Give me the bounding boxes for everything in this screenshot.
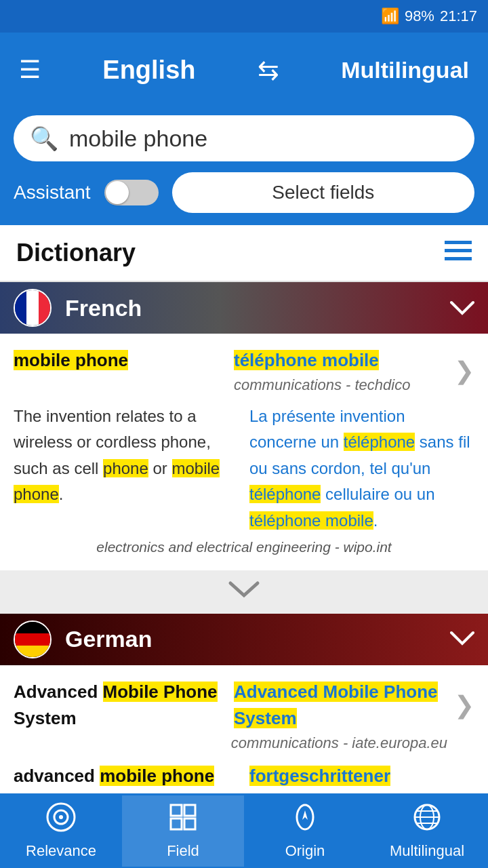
nav-label-origin: Origin	[285, 842, 325, 860]
svg-rect-0	[445, 241, 472, 244]
status-bar: 📶 98% 21:17	[0, 0, 488, 33]
svg-rect-6	[171, 805, 182, 816]
language-swap-icon[interactable]: ⇆	[258, 55, 279, 85]
german-term-row-2: advanced mobile phone fortgeschrittener	[14, 763, 474, 789]
dictionary-section: Dictionary	[0, 225, 488, 282]
french-arrow-container: ❯	[454, 347, 474, 394]
french-source-highlight: mobile phone	[14, 350, 128, 370]
german-source-term-2: advanced mobile phone	[14, 763, 239, 789]
nav-item-multilingual[interactable]: Multilingual	[366, 795, 488, 867]
german-chevron-icon	[450, 630, 474, 649]
relevance-icon	[46, 802, 76, 838]
nav-item-field[interactable]: Field	[122, 795, 244, 867]
svg-rect-7	[184, 805, 195, 816]
french-source-col: mobile phone	[14, 347, 223, 394]
french-lang-name: French	[65, 295, 450, 321]
german-category: communications - iate.europa.eu	[14, 734, 474, 752]
french-translation-row: The invention relates to a wireless or c…	[14, 403, 474, 534]
french-term-row: mobile phone téléphone mobile communicat…	[14, 347, 474, 394]
german-target-term: Advanced Mobile Phone System	[234, 679, 443, 732]
assistant-label: Assistant	[14, 182, 91, 203]
french-flag	[14, 289, 52, 327]
menu-icon[interactable]: ☰	[19, 56, 41, 84]
german-target-term-2: fortgeschrittener	[249, 763, 474, 789]
german-lang-header[interactable]: German	[0, 614, 488, 665]
german-target-highlight-2: fortgeschrittener	[249, 766, 390, 786]
german-source-term: Advanced Mobile Phone System	[14, 679, 223, 732]
svg-rect-2	[445, 257, 472, 260]
target-language-label: Multilingual	[341, 57, 469, 83]
assistant-toggle[interactable]	[104, 180, 159, 205]
french-expand-arrow[interactable]: ❯	[454, 357, 474, 385]
select-fields-button[interactable]: Select fields	[172, 172, 474, 213]
german-lang-name: German	[65, 626, 450, 652]
expand-chevron-icon	[228, 580, 260, 604]
french-category: communications - techdico	[234, 376, 443, 394]
nav-label-field: Field	[167, 842, 199, 860]
nav-item-origin[interactable]: Origin	[244, 795, 366, 867]
german-source-col-2: advanced mobile phone	[14, 763, 239, 789]
german-expand-arrow[interactable]: ❯	[454, 691, 474, 719]
search-bar: 🔍 mobile phone	[14, 115, 474, 161]
french-tel-highlight1: téléphone	[344, 433, 415, 451]
french-phone-highlight1: phone	[103, 459, 148, 477]
multilingual-icon	[412, 802, 442, 838]
svg-rect-8	[171, 818, 182, 829]
main-content: Dictionary French mobile p	[0, 225, 488, 868]
french-lang-header[interactable]: French	[0, 282, 488, 334]
french-source-term: mobile phone	[14, 350, 128, 370]
toggle-knob	[106, 181, 129, 204]
signal-icon: 📶	[381, 7, 399, 25]
french-tel-highlight3: téléphone mobile	[249, 511, 373, 530]
origin-icon	[290, 802, 320, 838]
dictionary-menu-icon[interactable]	[445, 240, 472, 267]
french-tel-highlight2: téléphone	[249, 485, 321, 503]
german-source-col: Advanced Mobile Phone System	[14, 679, 223, 732]
svg-point-5	[59, 815, 63, 819]
german-source-highlight-2: mobile phone	[100, 766, 214, 786]
german-target-col: Advanced Mobile Phone System	[234, 679, 443, 732]
french-source-text: The invention relates to a wireless or c…	[14, 403, 239, 534]
source-language-label: English	[102, 56, 195, 85]
dictionary-title: Dictionary	[16, 239, 136, 267]
french-target-highlight: téléphone mobile	[234, 350, 379, 370]
french-entry-area: mobile phone téléphone mobile communicat…	[0, 334, 488, 571]
nav-label-relevance: Relevance	[26, 842, 96, 860]
german-source-highlight: Mobile Phone	[103, 682, 218, 702]
french-chevron-icon	[450, 294, 474, 322]
german-arrow-container: ❯	[454, 679, 474, 732]
time-display: 21:17	[440, 7, 477, 25]
svg-rect-1	[445, 249, 472, 252]
controls-bar: Assistant Select fields	[0, 172, 488, 225]
german-flag	[14, 620, 52, 658]
search-bar-container: 🔍 mobile phone	[0, 107, 488, 172]
german-entry-area: Advanced Mobile Phone System Advanced Mo…	[0, 665, 488, 796]
search-input[interactable]: mobile phone	[69, 125, 458, 152]
french-target-term: téléphone mobile	[234, 350, 379, 370]
status-icons: 📶 98% 21:17	[381, 7, 477, 25]
french-bottom-category: electronics and electrical engineering -…	[14, 539, 474, 555]
german-target-highlight: Advanced Mobile Phone System	[234, 682, 438, 728]
svg-rect-9	[184, 818, 195, 829]
battery-text: 98%	[405, 7, 434, 25]
nav-item-relevance[interactable]: Relevance	[0, 795, 122, 867]
french-target-col: téléphone mobile communications - techdi…	[234, 347, 443, 394]
field-icon	[168, 802, 198, 838]
german-term-row: Advanced Mobile Phone System Advanced Mo…	[14, 679, 474, 732]
search-icon: 🔍	[30, 125, 58, 152]
german-target-col-2: fortgeschrittener	[249, 763, 474, 789]
top-nav: ☰ English ⇆ Multilingual	[0, 33, 488, 107]
french-target-text: La présente invention concerne un téléph…	[249, 403, 474, 534]
nav-label-multilingual: Multilingual	[390, 842, 464, 860]
expand-row[interactable]	[0, 571, 488, 614]
bottom-nav: Relevance Field Origin	[0, 793, 488, 868]
